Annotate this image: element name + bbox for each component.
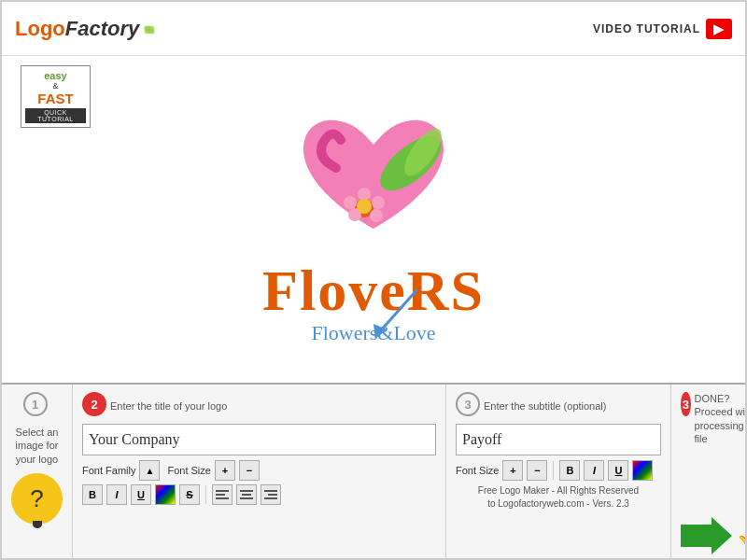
italic-btn[interactable]: I: [106, 484, 127, 505]
badge-easy: easy: [25, 70, 86, 81]
logo-leaf-icon: [141, 21, 158, 38]
step1-label: Select an image for your logo: [11, 426, 63, 466]
svg-point-5: [358, 188, 371, 201]
play-icon: ▶: [706, 19, 732, 39]
badge-fast: FAST: [25, 91, 86, 106]
svg-point-9: [370, 209, 383, 222]
footer-line2: to Logofactoryweb.com - Vers. 2.3: [456, 497, 661, 511]
question-icon[interactable]: ?: [11, 473, 63, 525]
done-label: DONE? Proceed with processing the file: [695, 392, 747, 445]
green-arrow-icon: [681, 517, 732, 554]
payoff-font-size-increase-btn[interactable]: +: [502, 460, 523, 481]
step3-label: Enter the subtitle (optional): [484, 400, 606, 412]
logo-svg: [285, 98, 462, 257]
svg-point-10: [357, 199, 372, 214]
question-mark: ?: [30, 484, 43, 513]
step2-number: 2: [82, 392, 106, 416]
payoff-font-size-decrease-btn[interactable]: −: [527, 460, 547, 481]
logo-image: [280, 93, 467, 261]
svg-line-11: [380, 289, 417, 331]
badge-and: &: [25, 81, 86, 91]
payoff-italic-btn[interactable]: I: [584, 460, 604, 481]
done-header: 3 DONE? Proceed with processing the file: [681, 392, 747, 445]
steps-row: 1 Select an image for your logo ? 2 Ente…: [2, 385, 745, 560]
font-family-label: Font Family: [82, 465, 135, 476]
logo-text: Logo: [15, 17, 65, 40]
font-size-label: Font Size: [167, 465, 210, 476]
arrow-annotation: [366, 285, 422, 341]
payoff-bold-btn[interactable]: B: [559, 460, 580, 481]
logofactory-logo: LogoFactory: [15, 17, 158, 41]
separator1: [205, 485, 206, 504]
step3-section: 3 Enter the subtitle (optional) Font Siz…: [446, 385, 671, 560]
hand-icon: 🤚: [736, 521, 747, 552]
bold-btn[interactable]: B: [82, 484, 103, 505]
step2-label: Enter the title of your logo: [110, 400, 227, 412]
svg-point-1: [143, 23, 157, 35]
format-row-2: B I U S: [82, 484, 436, 505]
svg-point-6: [344, 196, 357, 209]
video-tutorial-label: VIDEO TUTORIAL: [593, 22, 700, 35]
payoff-font-size-row: Font Size + − B I U: [456, 460, 661, 481]
font-family-row: Font Family ▲ ▼ Font Size + −: [82, 460, 436, 481]
step4-section: 3 DONE? Proceed with processing the file…: [671, 385, 747, 560]
easy-fast-badge[interactable]: easy & FAST QUICK TUTORIAL: [21, 65, 91, 128]
footer-line1: Free Logo Maker - All Rights Reserved: [456, 484, 661, 497]
align-left-btn[interactable]: [212, 484, 233, 505]
payoff-input[interactable]: [456, 424, 661, 455]
canvas-area: easy & FAST QUICK TUTORIAL FloveRS Flowe…: [2, 56, 745, 383]
svg-point-7: [372, 196, 385, 209]
company-name-input[interactable]: [82, 424, 436, 455]
header: LogoFactory VIDEO TUTORIAL ▶: [2, 2, 745, 56]
payoff-separator: [553, 461, 554, 480]
step3-header: 3 Enter the subtitle (optional): [456, 392, 661, 420]
badge-quick: QUICK TUTORIAL: [25, 108, 86, 123]
payoff-underline-btn[interactable]: U: [608, 460, 628, 481]
step3-number: 3: [456, 392, 480, 416]
factory-text: Factory: [65, 17, 139, 40]
align-right-btn[interactable]: [261, 484, 281, 505]
font-size-increase-btn[interactable]: +: [215, 460, 235, 481]
video-tutorial-button[interactable]: VIDEO TUTORIAL ▶: [593, 19, 732, 39]
step1-section: 1 Select an image for your logo ?: [2, 385, 73, 560]
underline-btn[interactable]: U: [131, 484, 151, 505]
step2-section: 2 Enter the title of your logo Font Fami…: [73, 385, 446, 560]
color-picker-btn[interactable]: [155, 484, 176, 505]
step4-number: 3: [681, 392, 691, 416]
done-button[interactable]: 🤚: [681, 517, 747, 554]
font-family-up-btn[interactable]: ▲: [139, 460, 160, 481]
font-size-decrease-btn[interactable]: −: [239, 460, 260, 481]
payoff-color-picker-btn[interactable]: [632, 460, 653, 481]
step1-header: 1: [23, 392, 51, 420]
align-center-btn[interactable]: [236, 484, 257, 505]
bottom-toolbar: 1 Select an image for your logo ? 2 Ente…: [2, 383, 745, 560]
payoff-font-size-label: Font Size: [456, 465, 499, 476]
footer-text: Free Logo Maker - All Rights Reserved to…: [456, 484, 661, 511]
step1-number: 1: [23, 392, 48, 416]
strikethrough-btn[interactable]: S: [179, 484, 200, 505]
step2-header: 2 Enter the title of your logo: [82, 392, 436, 420]
